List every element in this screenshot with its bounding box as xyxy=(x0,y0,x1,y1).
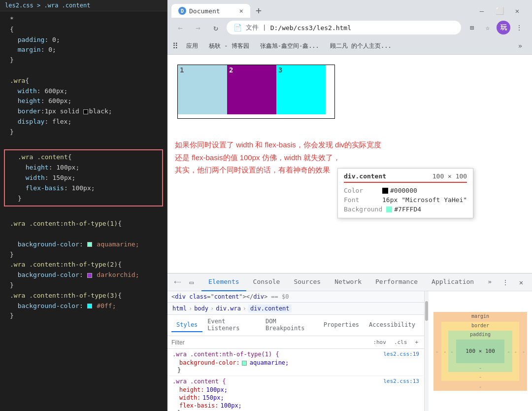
new-tab-button[interactable]: + xyxy=(251,3,266,18)
bookmark-button[interactable]: ☆ xyxy=(481,21,495,34)
tooltip-element: div.content xyxy=(344,172,386,180)
breadcrumb-body[interactable]: body xyxy=(194,305,208,312)
css-rule-nth1: les2.css:19 .wra .content:nth-of-type(1)… xyxy=(167,349,424,376)
code-line: height: 600px; xyxy=(0,96,167,106)
styles-panel: les2.css:19 .wra .content:nth-of-type(1)… xyxy=(167,349,424,411)
breadcrumb-divcontent[interactable]: div.content xyxy=(248,305,291,312)
code-line: } xyxy=(0,55,167,66)
profile-button[interactable]: 玩 xyxy=(497,21,510,34)
back-button[interactable]: ← xyxy=(173,21,187,34)
bookmark-yanggeng[interactable]: 杨耿 - 博客园 xyxy=(206,41,252,51)
bookmark-apps[interactable]: 应用 xyxy=(183,41,201,51)
devtools-topbar: ⬸ ▭ Elements Console Sources Network Per… xyxy=(167,274,532,291)
css-rule-content: les2.css:13 .wra .content { height: 100p… xyxy=(167,376,424,411)
devtools-right-panel: margin - - - border - - - xyxy=(429,291,532,411)
css-rule-closing: } xyxy=(172,367,419,374)
styles-subtabs: Styles Event Listeners DOM Breakpoints P… xyxy=(167,315,424,336)
tab-close-button[interactable]: × xyxy=(239,7,243,15)
tooltip-header: div.content 100 × 100 xyxy=(344,172,467,183)
css-property-height: height: 100px; xyxy=(172,386,419,394)
code-line: * xyxy=(0,14,167,25)
explanation-line1: 如果你同时设置了 width 和 flex-basis，你会发现 div的实际宽… xyxy=(175,138,525,151)
code-line: } xyxy=(0,127,167,137)
browser-tab-document[interactable]: D Document × xyxy=(171,4,250,18)
maximize-button[interactable]: ⬜ xyxy=(493,4,506,18)
filter-cls-button[interactable]: .cls xyxy=(392,338,409,346)
filter-input[interactable] xyxy=(171,339,367,346)
code-block: * { padding: 0; margin: 0; } .wra{ width… xyxy=(0,11,167,324)
devtools-tab-network[interactable]: Network xyxy=(328,274,368,291)
code-line: border:1px solid black; xyxy=(0,106,167,117)
styles-tab-properties[interactable]: Properties xyxy=(319,318,364,332)
flex-box-1: 1 xyxy=(178,65,227,114)
border-right: - xyxy=(514,348,517,354)
styles-tab-accessibility[interactable]: Accessibility xyxy=(364,318,420,332)
address-bar[interactable]: 📄 文件 | D:/web/css3/les2.html xyxy=(227,21,461,34)
tab-title: Document xyxy=(189,7,220,15)
close-window-button[interactable]: ✕ xyxy=(510,4,524,18)
breadcrumb-html[interactable]: html xyxy=(172,305,187,312)
browser-panel: D Document × + — ⬜ ✕ ← → ↻ 📄 文件 | xyxy=(167,0,532,411)
code-line: } xyxy=(0,280,167,291)
apps-button[interactable]: ⠿ xyxy=(172,41,178,51)
code-line: display: flex; xyxy=(0,117,167,127)
styles-tab-eventlisteners[interactable]: Event Listeners xyxy=(202,315,261,336)
code-line: width: 150px; xyxy=(8,173,159,183)
bookmark-zhangxinxu[interactable]: 张鑫旭-鑫空间-鑫... xyxy=(257,41,322,51)
reload-button[interactable]: ↻ xyxy=(209,21,223,34)
bookmark-label: 应用 xyxy=(186,42,198,50)
code-line: { xyxy=(0,25,167,35)
browser-toolbar-icons: ⊞ ☆ 玩 ⋮ xyxy=(465,21,526,34)
tooltip-bg-label: Background xyxy=(344,206,382,213)
css-prop-name: background-color: xyxy=(179,359,240,366)
css-prop-name: width: xyxy=(179,394,200,401)
devtools-scrollthumb[interactable] xyxy=(425,301,428,321)
main-layout: les2.css > .wra .content * { padding: 0;… xyxy=(0,0,532,411)
devtools-tab-console[interactable]: Console xyxy=(246,274,287,291)
devtools-tab-application[interactable]: Application xyxy=(425,274,481,291)
device-icon[interactable]: ▭ xyxy=(185,275,197,289)
filter-add-button[interactable]: + xyxy=(413,338,420,346)
code-line: width: 600px; xyxy=(0,86,167,97)
tooltip-color-row: Color #000000 xyxy=(344,186,467,195)
css-rule-file[interactable]: les2.css:19 xyxy=(383,351,419,357)
bookmark-guer[interactable]: 顾二凡 的个人主页... xyxy=(327,41,395,51)
devtools-tab-elements[interactable]: Elements xyxy=(201,274,246,291)
padding-left: - xyxy=(450,348,454,354)
elements-html-bar: <div class="content"></div> == $0 xyxy=(167,291,424,303)
devtools-panel: ⬸ ▭ Elements Console Sources Network Per… xyxy=(167,273,532,411)
devtools-tab-performance[interactable]: Performance xyxy=(368,274,425,291)
flex-demo-container: 1 2 3 xyxy=(167,55,532,129)
box-content-layer: 100 × 100 xyxy=(456,340,504,363)
css-prop-value: 100px; xyxy=(206,386,228,393)
css-property-flexbasis: flex-basis: 100px; xyxy=(172,402,419,410)
color-swatch-cyan xyxy=(386,206,392,212)
devtools-settings-icon[interactable]: ⋮ xyxy=(499,275,512,289)
minimize-button[interactable]: — xyxy=(475,4,489,18)
css-rule-selector: les2.css:19 .wra .content:nth-of-type(1)… xyxy=(172,351,419,358)
screensearch-button[interactable]: ⊞ xyxy=(465,21,479,34)
devtools-left-panel: <div class="content"></div> == $0 html ›… xyxy=(167,291,425,411)
devtools-tab-sources[interactable]: Sources xyxy=(287,274,328,291)
styles-tab-styles[interactable]: Styles xyxy=(171,318,202,332)
inspect-icon[interactable]: ⬸ xyxy=(171,275,183,289)
element-tooltip: div.content 100 × 100 Color #000000 Font… xyxy=(337,168,473,218)
tooltip-font-row: Font 16px "Microsoft YaHei" xyxy=(344,195,467,205)
styles-tab-dombreakpoints[interactable]: DOM Breakpoints xyxy=(261,315,319,336)
bookmark-label: 张鑫旭-鑫空间-鑫... xyxy=(260,42,319,50)
box-number-2: 2 xyxy=(229,66,233,74)
devtools-close-icon[interactable]: ✕ xyxy=(514,275,528,289)
forward-button[interactable]: → xyxy=(191,21,205,34)
filter-hov-button[interactable]: :hov xyxy=(371,338,388,346)
code-line xyxy=(0,208,167,219)
bookmarks-more[interactable]: » xyxy=(513,39,527,53)
css-property: background-color: aquamarine; xyxy=(172,359,419,367)
tooltip-bg-value: #7FFFD4 xyxy=(386,206,421,213)
devtools-tab-more[interactable]: » xyxy=(481,274,499,291)
devtools-scrollbar[interactable] xyxy=(425,291,429,411)
tooltip-color-label: Color xyxy=(344,187,378,194)
file-icon: 📄 xyxy=(233,24,242,32)
css-rule-file[interactable]: les2.css:13 xyxy=(383,378,419,384)
breadcrumb-divwra[interactable]: div.wra xyxy=(216,305,241,312)
settings-button[interactable]: ⋮ xyxy=(512,21,526,34)
